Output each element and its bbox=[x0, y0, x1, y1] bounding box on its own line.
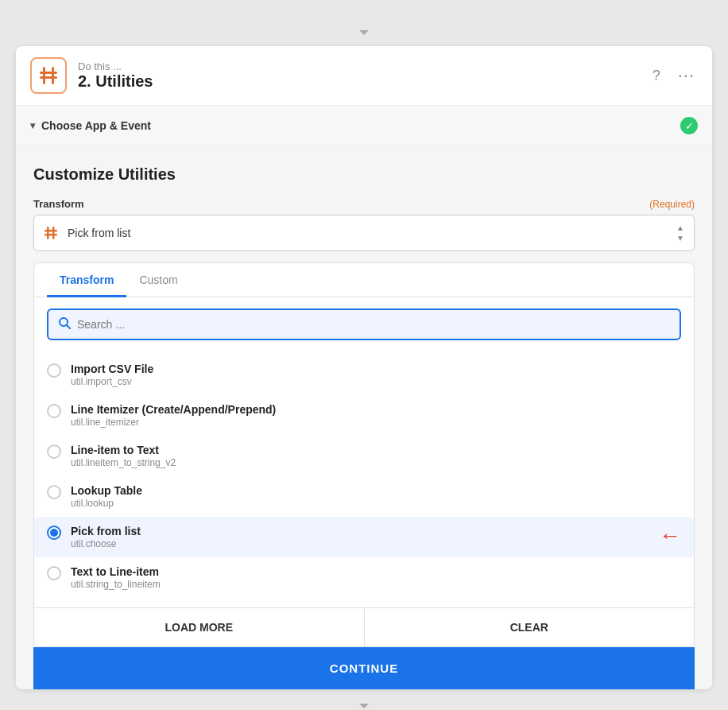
transform-form-group: Transform (Required) Pick from list bbox=[33, 198, 695, 251]
list-item[interactable]: Lookup Table util.lookup bbox=[34, 476, 694, 517]
radio-code: util.import_csv bbox=[71, 376, 153, 387]
more-button[interactable]: ··· bbox=[675, 65, 698, 86]
radio-label: Lookup Table util.lookup bbox=[71, 484, 142, 509]
list-item[interactable]: Line-item to Text util.lineitem_to_strin… bbox=[34, 436, 694, 476]
radio-code: util.line_itemizer bbox=[71, 417, 276, 428]
svg-rect-0 bbox=[40, 72, 57, 74]
radio-circle bbox=[47, 444, 61, 459]
main-card: Do this ... 2. Utilities ? ··· ▾ Choose … bbox=[16, 46, 712, 689]
select-arrows[interactable]: ▲ ▼ bbox=[667, 215, 694, 250]
radio-code: util.string_to_lineitem bbox=[71, 579, 161, 590]
radio-name: Lookup Table bbox=[71, 484, 142, 497]
clear-button[interactable]: CLEAR bbox=[365, 608, 695, 646]
tabs-header: Transform Custom bbox=[34, 263, 694, 297]
radio-label: Line-item to Text util.lineitem_to_strin… bbox=[71, 444, 176, 468]
radio-name: Import CSV File bbox=[71, 363, 153, 375]
tab-custom[interactable]: Custom bbox=[126, 263, 190, 297]
list-item[interactable]: Text to Line-item util.string_to_lineite… bbox=[34, 557, 694, 598]
form-label-row: Transform (Required) bbox=[33, 198, 695, 210]
app-icon bbox=[30, 57, 67, 94]
radio-label: Pick from list util.choose bbox=[71, 525, 141, 549]
arrow-indicator: ← bbox=[659, 525, 681, 547]
svg-rect-3 bbox=[52, 67, 54, 84]
card-header: Do this ... 2. Utilities ? ··· bbox=[16, 46, 712, 106]
list-item[interactable]: Import CSV File util.import_csv bbox=[34, 355, 694, 395]
more-icon: ··· bbox=[678, 65, 695, 85]
section-title: Customize Utilities bbox=[33, 165, 695, 184]
radio-label: Import CSV File util.import_csv bbox=[71, 363, 153, 387]
list-item[interactable]: Line Itemizer (Create/Append/Prepend) ut… bbox=[34, 395, 694, 436]
svg-rect-2 bbox=[43, 67, 45, 84]
choose-app-label: Choose App & Event bbox=[41, 119, 151, 132]
top-arrow-icon bbox=[356, 24, 372, 40]
main-content: Customize Utilities Transform (Required) bbox=[16, 146, 712, 689]
green-check-icon: ✓ bbox=[680, 117, 698, 134]
card-subtitle: Do this ... bbox=[78, 60, 153, 72]
svg-rect-7 bbox=[52, 227, 55, 239]
help-button[interactable]: ? bbox=[649, 67, 664, 84]
card-header-left: Do this ... 2. Utilities bbox=[30, 57, 153, 94]
svg-rect-4 bbox=[45, 230, 57, 232]
choose-app-bar[interactable]: ▾ Choose App & Event ✓ bbox=[16, 106, 712, 146]
chevron-icon: ▾ bbox=[30, 120, 35, 131]
red-arrow-icon: ← bbox=[659, 525, 681, 547]
search-bar[interactable] bbox=[47, 308, 681, 340]
card-title-block: Do this ... 2. Utilities bbox=[78, 60, 153, 91]
radio-label: Line Itemizer (Create/Append/Prepend) ut… bbox=[71, 403, 276, 428]
transform-label: Transform bbox=[33, 198, 84, 210]
choose-app-left[interactable]: ▾ Choose App & Event bbox=[30, 119, 151, 132]
radio-code: util.choose bbox=[71, 538, 141, 549]
radio-circle bbox=[47, 485, 61, 499]
svg-rect-1 bbox=[40, 76, 57, 79]
load-more-button[interactable]: LOAD MORE bbox=[34, 608, 365, 646]
radio-circle bbox=[47, 363, 61, 378]
card-header-right: ? ··· bbox=[649, 65, 698, 86]
radio-circle bbox=[47, 404, 61, 418]
radio-name: Text to Line-item bbox=[71, 565, 161, 578]
tabs-panel: Transform Custom bbox=[33, 262, 695, 647]
bottom-buttons: LOAD MORE CLEAR bbox=[34, 607, 694, 646]
transform-select[interactable]: Pick from list ▲ ▼ bbox=[33, 215, 695, 251]
radio-circle-checked bbox=[47, 526, 61, 540]
radio-name: Pick from list bbox=[71, 525, 141, 537]
tab-transform[interactable]: Transform bbox=[47, 263, 126, 297]
select-value: Pick from list bbox=[68, 219, 667, 247]
radio-name: Line Itemizer (Create/Append/Prepend) bbox=[71, 403, 276, 416]
svg-rect-5 bbox=[45, 234, 57, 236]
radio-code: util.lineitem_to_string_v2 bbox=[71, 457, 176, 468]
svg-rect-6 bbox=[47, 227, 49, 239]
continue-button[interactable]: CONTINUE bbox=[33, 647, 695, 689]
card-title: 2. Utilities bbox=[78, 72, 153, 91]
help-icon: ? bbox=[652, 68, 660, 83]
radio-code: util.lookup bbox=[71, 498, 142, 509]
radio-circle bbox=[47, 566, 61, 580]
radio-name: Line-item to Text bbox=[71, 444, 176, 456]
radio-label: Text to Line-item util.string_to_lineite… bbox=[71, 565, 161, 590]
svg-line-9 bbox=[67, 325, 70, 328]
select-icon bbox=[34, 218, 68, 248]
list-item[interactable]: Pick from list util.choose ← bbox=[34, 517, 694, 557]
bottom-arrow-icon bbox=[356, 697, 372, 710]
search-input[interactable] bbox=[77, 318, 670, 331]
required-badge: (Required) bbox=[649, 199, 695, 210]
radio-list: Import CSV File util.import_csv Line Ite… bbox=[34, 351, 694, 604]
search-icon bbox=[58, 316, 71, 332]
